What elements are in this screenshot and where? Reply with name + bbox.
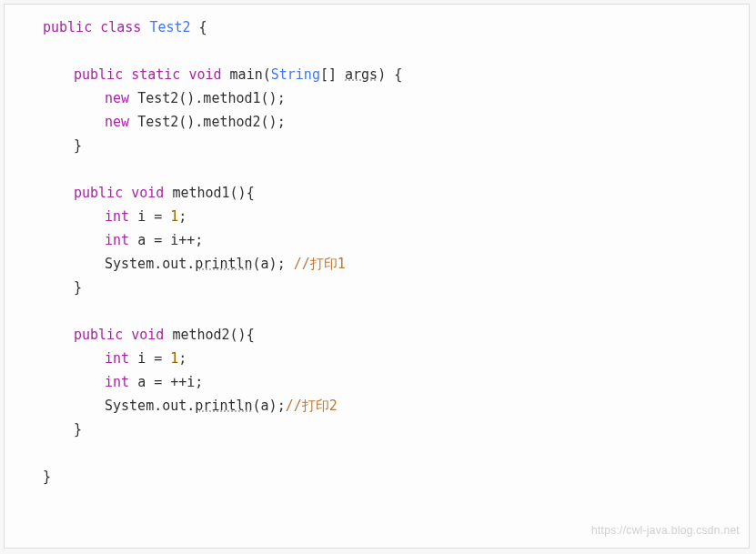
kw-class: class [100,19,141,35]
ctor-test2: Test2 [137,114,178,130]
brace-open: { [199,19,207,35]
ctor-test2: Test2 [137,90,178,106]
kw-new: new [105,90,129,106]
println: println [195,256,252,272]
watermark-text: https://cwl-java.blog.csdn.net [591,519,740,542]
semi: ; [178,350,186,367]
paren-close: ) [378,66,386,83]
class-name: Test2 [149,19,190,35]
method-main: main [230,66,263,83]
brace-close: } [74,421,82,438]
kw-void: void [188,66,221,83]
parens-brace: (){ [230,185,255,201]
paren-open: ( [263,66,271,83]
brace-open: { [394,66,402,83]
call-method2: ().method2(); [178,114,285,130]
kw-void: void [131,185,164,201]
brace-close: } [74,137,82,154]
type-string: String [271,66,320,83]
sysout: System.out. [105,256,195,272]
array-brackets: [] [320,66,337,83]
kw-static: static [131,66,180,83]
sysout: System.out. [105,398,195,414]
eq: = [146,208,170,225]
kw-public: public [74,66,123,83]
eq: = [146,350,170,367]
kw-int: int [105,350,129,367]
var-a: a [137,232,146,248]
semi: ; [178,208,186,225]
kw-public: public [74,185,123,201]
eq: = [146,232,170,248]
println-arg: (a); [253,256,294,272]
method2-name: method2 [172,327,229,343]
println-arg: (a); [253,398,286,414]
kw-void: void [131,327,164,343]
kw-int: int [105,208,129,225]
comment-print2: //打印2 [286,398,338,414]
var-a: a [137,374,146,390]
kw-int: int [105,374,129,390]
parens-brace: (){ [230,327,255,343]
ipp: i++; [170,232,203,248]
kw-new: new [105,114,129,130]
ppi: ++i; [170,374,203,390]
kw-public: public [43,19,92,35]
num-1: 1 [170,350,178,367]
println: println [195,398,252,414]
call-method1: ().method1(); [178,90,285,106]
eq: = [146,374,170,390]
var-i: i [137,208,146,225]
num-1: 1 [170,208,178,225]
var-i: i [137,350,146,367]
brace-close: } [74,279,82,296]
brace-close: } [43,468,51,485]
kw-public: public [74,327,123,343]
comment-print1: //打印1 [294,256,346,272]
code-pre: public class Test2 { public static void … [12,15,741,489]
param-args: args [345,66,378,83]
method1-name: method1 [172,185,229,201]
kw-int: int [105,232,129,248]
code-block: public class Test2 { public static void … [4,4,750,549]
